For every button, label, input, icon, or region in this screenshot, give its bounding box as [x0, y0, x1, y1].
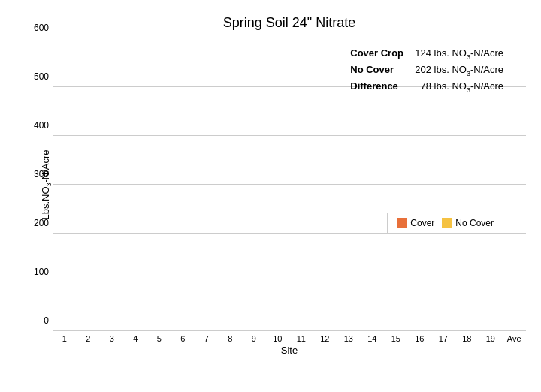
- cover-crop-label: Cover Crop: [350, 46, 410, 62]
- x-tick-label: 8: [219, 334, 243, 343]
- chart-title: Spring Soil 24" Nitrate: [53, 15, 526, 31]
- cover-color-box: [397, 218, 407, 228]
- y-tick-label: 300: [34, 169, 53, 179]
- x-tick-label: 12: [313, 334, 337, 343]
- y-tick-label: 400: [34, 120, 53, 131]
- x-tick-label: 19: [479, 334, 503, 343]
- x-tick-label: 13: [337, 334, 361, 343]
- x-tick-label: 11: [289, 334, 313, 343]
- chart-container: Spring Soil 24" Nitrate Lbs.NO3-N/Acre 0…: [0, 0, 541, 392]
- x-tick-label: 1: [53, 334, 77, 343]
- y-tick-label: 500: [34, 71, 53, 82]
- x-axis: 12345678910111213141516171819Ave: [53, 334, 526, 343]
- cover-crop-value: 124 lbs. NO3-N/Acre: [415, 46, 503, 62]
- chart-area: Lbs.NO3-N/Acre 0100200300400500600 Cover…: [53, 38, 526, 331]
- x-tick-label: 14: [361, 334, 385, 343]
- x-axis-label: Site: [53, 345, 526, 356]
- x-tick-label: 4: [124, 334, 148, 343]
- x-tick-label: 16: [408, 334, 432, 343]
- x-tick-label: 6: [171, 334, 195, 343]
- y-tick-label: 600: [34, 23, 53, 33]
- y-tick-label: 0: [44, 315, 53, 326]
- y-tick-label: 200: [34, 218, 53, 228]
- difference-label: Difference: [350, 79, 410, 95]
- x-tick-label: 18: [455, 334, 479, 343]
- x-tick-label: 2: [77, 334, 101, 343]
- x-tick-label: 5: [147, 334, 171, 343]
- annotation-box: Cover Crop 124 lbs. NO3-N/Acre No Cover …: [350, 46, 503, 95]
- legend-nocover: No Cover: [442, 218, 494, 228]
- y-tick-label: 100: [34, 267, 53, 277]
- legend-nocover-label: No Cover: [455, 218, 494, 228]
- legend-cover: Cover: [397, 218, 434, 228]
- no-cover-label: No Cover: [350, 62, 410, 79]
- difference-value: 78 lbs. NO3-N/Acre: [415, 79, 503, 95]
- x-tick-label: 3: [100, 334, 124, 343]
- x-tick-label: 7: [195, 334, 219, 343]
- nocover-color-box: [442, 218, 452, 228]
- x-tick-label: 10: [266, 334, 290, 343]
- x-tick-label: 17: [431, 334, 455, 343]
- x-tick-label: 9: [242, 334, 266, 343]
- y-axis-label: Lbs.NO3-N/Acre: [40, 149, 53, 219]
- legend: Cover No Cover: [387, 213, 503, 234]
- legend-cover-label: Cover: [410, 218, 434, 228]
- x-tick-label: 15: [384, 334, 408, 343]
- x-tick-label: Ave: [503, 334, 527, 343]
- no-cover-value: 202 lbs. NO3-N/Acre: [415, 62, 503, 79]
